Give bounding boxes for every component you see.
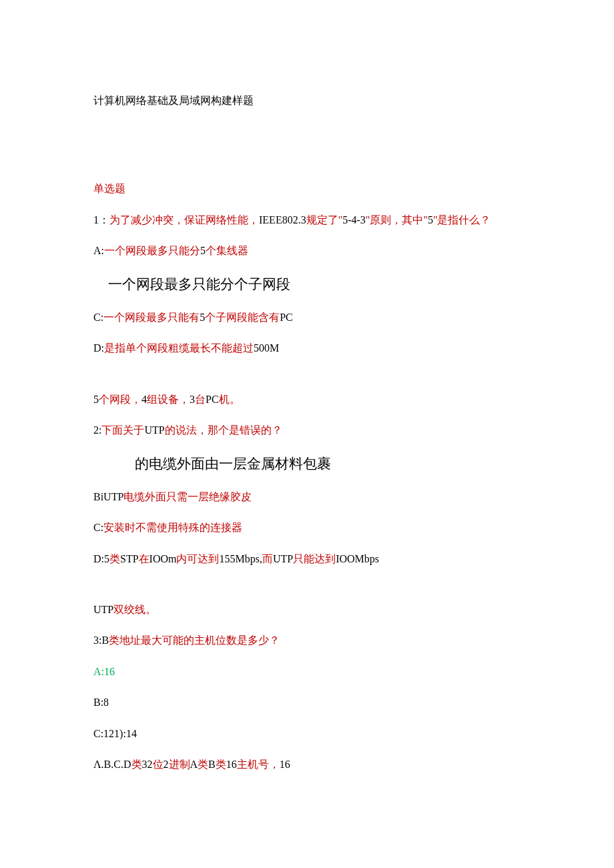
question-1: 1：为了减少冲突，保证网络性能，IEEE802.3规定了"5-4-3"原则，其中… <box>93 213 614 228</box>
q2-prefix: 2: <box>93 424 101 436</box>
question-2: 2:下面关于UTP的说法，那个是错误的？ <box>93 423 614 438</box>
q2-option-b: BiUTP电缆外面只需一层绝缘胶皮 <box>93 490 614 504</box>
q1-c-label: C: <box>93 312 103 323</box>
q2-d-100mbps: IOOMbps <box>336 553 379 564</box>
q1-prefix: 1： <box>93 214 109 226</box>
q1-d-text: 是指单个网段粗缆最长不能超过 <box>104 342 254 354</box>
q3-exp-p2: 类 <box>131 759 142 770</box>
document-title: 计算机网络基础及局域网构建样题 <box>93 93 614 108</box>
q3-exp-16: 16 <box>226 759 237 770</box>
q1-a-text-2: 个集线器 <box>206 245 248 256</box>
q3-exp-32: 32 <box>142 759 153 770</box>
section-header: 单选题 <box>93 181 614 196</box>
q2-c-text: 安装时不需使用特殊的连接器 <box>103 522 242 533</box>
q1-option-b-heading: 一个网段最多只能分个子网段 <box>108 275 614 294</box>
q3-text: 类地址最大可能的主机位数是多少？ <box>109 634 280 646</box>
q2-d-100m: IOOm <box>149 553 177 564</box>
q3-exp-16b: 16 <box>280 759 290 770</box>
q1-ieee: IEEE802.3 <box>259 214 306 226</box>
q2-d-label: D:5 <box>93 553 109 564</box>
q2-exp-text: 双绞线。 <box>113 604 156 615</box>
q2-d-stp: STP <box>120 553 139 564</box>
q1-exp-pc: PC <box>206 394 219 405</box>
q1-exp-p1: 个网段， <box>99 394 141 405</box>
q3-exp-p4: 进制 <box>169 759 190 770</box>
q1-exp-4: 4 <box>141 394 147 405</box>
q1-text-2: 规定了" <box>306 214 343 226</box>
q1-exp-tai: 台 <box>195 394 206 405</box>
q1-explanation: 5个网段，4组设备，3台PC机。 <box>93 392 614 407</box>
q3-prefix: 3:B <box>93 634 109 646</box>
q3-exp-2: 2 <box>164 759 169 770</box>
q2-d-p4: 而 <box>262 553 273 564</box>
q3-exp-p1: Λ.B.C.D <box>93 759 131 770</box>
q3-exp-p3: 位 <box>153 759 164 770</box>
q3-exp-p7: 主机号， <box>237 759 280 770</box>
q1-text-1: 为了减少冲突，保证网络性能， <box>109 214 259 226</box>
q1-exp-5: 5 <box>93 394 99 405</box>
q2-c-label: C: <box>93 522 103 533</box>
q1-d-500m: 500M <box>254 342 279 354</box>
q2-exp-utp: UTP <box>93 604 113 615</box>
q1-a-text-1: 一个网段最多只能分 <box>104 245 200 256</box>
q2-d-utp: UTP <box>273 553 293 564</box>
q1-option-c: C:一个网段最多只能有5个子网段能含有PC <box>93 310 614 325</box>
q3-explanation: Λ.B.C.D类32位2进制A类B类16主机号，16 <box>93 757 614 772</box>
q1-c-text-2: 个子网段能含有 <box>205 312 280 323</box>
q1-c-pc: PC <box>280 312 293 323</box>
q1-a-label: A: <box>93 245 104 256</box>
q2-explanation: UTP双绞线。 <box>93 602 614 617</box>
q3-exp-p5: 类 <box>198 759 208 770</box>
q2-d-p1: 类 <box>109 553 120 564</box>
q1-d-label: D: <box>93 342 104 354</box>
q2-text-1: 下面关于 <box>101 424 144 436</box>
q3-exp-a: A <box>190 759 198 770</box>
q2-d-p2: 在 <box>139 553 149 564</box>
q1-text-4: "是指什么？ <box>433 214 491 226</box>
q3-exp-b: B <box>208 759 216 770</box>
q1-exp-3: 3 <box>190 394 195 405</box>
q2-d-p5: 只能达到 <box>293 553 336 564</box>
q1-a-5: 5 <box>200 245 206 256</box>
q2-utp: UTP <box>144 424 164 436</box>
q1-five: 5 <box>428 214 433 226</box>
q2-option-a-heading: 的电缆外面由一层金属材料包裹 <box>135 454 614 474</box>
q2-b-text: 电缆外面只需一层绝缘胶皮 <box>123 491 252 502</box>
q3-option-c: C:121):14 <box>93 727 614 741</box>
q1-exp-p2: 组设备， <box>147 394 190 405</box>
q2-text-2: 的说法，那个是错误的？ <box>165 424 282 436</box>
q1-text-3: "原则，其中" <box>366 214 428 226</box>
q1-option-a: A:一个网段最多只能分5个集线器 <box>93 244 614 258</box>
q2-option-c: C:安装时不需使用特殊的连接器 <box>93 520 614 535</box>
q2-b-label: BiUTP <box>93 491 123 502</box>
q1-option-d: D:是指单个网段粗缆最长不能超过500M <box>93 341 614 356</box>
q1-c-5: 5 <box>200 312 205 323</box>
q1-c-text-1: 一个网段最多只能有 <box>103 312 200 323</box>
q3-option-a: A:16 <box>93 665 614 679</box>
q1-num: 5-4-3 <box>342 214 366 226</box>
q2-option-d: D:5类STP在IOOm内可达到155Mbps,而UTP只能达到IOOMbps <box>93 552 614 566</box>
question-3: 3:B类地址最大可能的主机位数是多少？ <box>93 633 614 648</box>
q3-exp-p6: 类 <box>216 759 226 770</box>
q1-exp-ji: 机。 <box>219 394 240 405</box>
q2-d-p3: 内可达到 <box>176 553 219 564</box>
q3-option-b: B:8 <box>93 695 614 710</box>
q2-d-155: 155Mbps, <box>219 553 262 564</box>
